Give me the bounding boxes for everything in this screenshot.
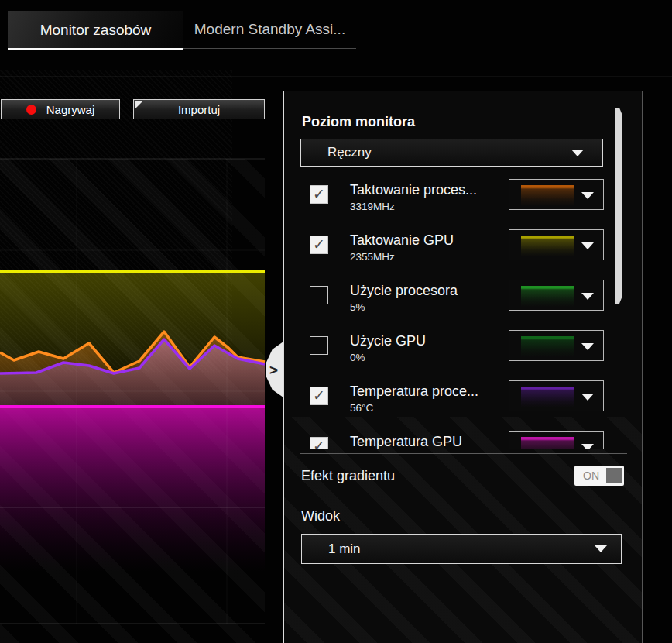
metric-list: ✓Taktowanie proces...3319MHz✓Taktowanie … <box>284 177 627 449</box>
metric-checkbox[interactable]: ✓ <box>310 387 328 405</box>
metric-label: Temperatura GPU <box>350 432 462 449</box>
metric-row: ✓Taktowanie GPU2355MHz <box>284 229 627 280</box>
color-swatch <box>521 437 574 449</box>
color-swatch <box>521 286 574 307</box>
armoury-crate-monitor-window: Monitor zasobów Modern Standby Assi... N… <box>0 0 672 643</box>
gradient-effect-toggle[interactable]: ON <box>574 466 624 486</box>
chevron-down-icon <box>581 444 594 449</box>
view-dropdown[interactable]: 1 min <box>301 534 622 564</box>
color-swatch <box>521 387 574 407</box>
check-icon: ✓ <box>313 237 325 252</box>
chevron-down-icon <box>581 394 594 401</box>
metric-row: ✓Użycie GPU0% <box>284 330 627 380</box>
toggle-knob <box>606 468 622 483</box>
metric-row: ✓Użycie procesora5% <box>284 280 627 330</box>
divider <box>300 453 627 454</box>
chevron-down-icon <box>581 242 594 249</box>
color-swatch <box>521 336 574 357</box>
check-icon: ✓ <box>313 438 325 449</box>
metric-color-dropdown[interactable] <box>509 431 604 449</box>
chevron-down-icon <box>571 150 584 156</box>
divider <box>300 497 627 497</box>
metric-value: 5% <box>350 301 458 313</box>
metric-color-dropdown[interactable] <box>509 380 604 411</box>
gradient-effect-label: Efekt gradientu <box>301 468 395 483</box>
metric-value: 3319MHz <box>350 201 477 212</box>
panel-background-stripes <box>284 417 642 643</box>
scrollbar-thumb[interactable] <box>615 108 622 304</box>
metric-value: 2355MHz <box>350 251 454 263</box>
view-label: Widok <box>301 508 340 524</box>
scrollbar-track[interactable] <box>619 304 619 438</box>
metric-checkbox[interactable]: ✓ <box>310 336 328 355</box>
monitor-level-value: Ręczny <box>327 145 372 160</box>
metric-label: Temperatura proce... <box>350 382 478 401</box>
metric-checkbox[interactable]: ✓ <box>310 286 328 304</box>
chevron-down-icon <box>581 192 594 199</box>
panel-title: Poziom monitora <box>302 114 415 130</box>
background-gridline <box>643 593 672 593</box>
metric-color-dropdown[interactable] <box>509 229 604 260</box>
resource-monitor-chart <box>0 0 283 643</box>
metric-value: 56°C <box>350 402 478 414</box>
metric-checkbox[interactable]: ✓ <box>310 437 328 449</box>
metric-label: Użycie GPU <box>350 332 426 350</box>
metric-label: Użycie procesora <box>350 281 458 300</box>
metric-row: ✓Temperatura proce...56°C <box>284 380 627 431</box>
toggle-state-label: ON <box>583 469 599 482</box>
metric-checkbox[interactable]: ✓ <box>310 236 328 254</box>
metric-label: Taktowanie proces... <box>350 181 477 199</box>
metric-checkbox[interactable]: ✓ <box>310 185 328 204</box>
metric-color-dropdown[interactable] <box>509 179 604 210</box>
monitor-level-dropdown[interactable]: Ręczny <box>300 139 603 167</box>
color-swatch <box>521 236 574 256</box>
chevron-right-icon: > <box>269 363 278 377</box>
metric-color-dropdown[interactable] <box>509 280 604 311</box>
check-icon: ✓ <box>313 187 325 201</box>
metric-row: ✓Taktowanie proces...3319MHz <box>284 179 627 229</box>
monitor-settings-panel: Poziom monitora Ręczny ✓Taktowanie proce… <box>283 91 643 643</box>
metric-row: ✓Temperatura GPU <box>284 431 627 449</box>
chevron-down-icon <box>595 545 607 552</box>
metric-color-dropdown[interactable] <box>509 330 604 361</box>
background-gridline <box>660 91 660 643</box>
chevron-down-icon <box>581 343 594 350</box>
color-swatch <box>521 185 574 206</box>
chevron-down-icon <box>581 293 594 300</box>
check-icon: ✓ <box>313 388 325 403</box>
metric-value: 0% <box>350 352 426 363</box>
metric-label: Taktowanie GPU <box>350 231 454 249</box>
view-value: 1 min <box>328 542 361 557</box>
gradient-effect-row: Efekt gradientu ON <box>301 463 627 488</box>
